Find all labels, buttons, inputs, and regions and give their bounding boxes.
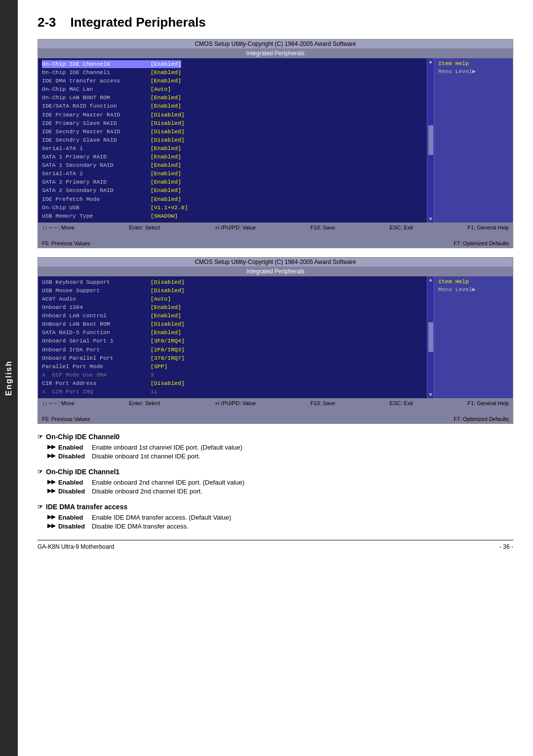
section-heading: Integrated Peripherals — [70, 15, 206, 30]
bios-settings-list-1: On-Chip IDE Channel0 [Enabled] On-Chip I… — [38, 58, 427, 223]
desc-arrow-0: ☞ — [38, 433, 43, 440]
footer-save: F10: Save — [310, 225, 335, 230]
item-help-label-2: Item Help — [438, 278, 509, 285]
desc-item-disabled-0: ▶▶ Disabled Disable onboard 1st channel … — [38, 453, 513, 460]
desc-arrow-1: ☞ — [38, 468, 43, 475]
desc-item-enabled-0: ▶▶ Enabled Enable onboard 1st channel ID… — [38, 444, 513, 451]
desc-arrow-2: ☞ — [38, 503, 43, 510]
desc-on-chip-ide-channel0: ☞ On-Chip IDE Channel0 ▶▶ Enabled Enable… — [38, 433, 513, 460]
bios-item-help-2: Item Help Menu Level▶ — [434, 276, 513, 398]
desc-item-disabled-2: ▶▶ Disabled Disable IDE DMA transfer acc… — [38, 523, 513, 530]
bios-footer-2: ↑↓→←: Move Enter: Select +/-/PU/PD: Valu… — [38, 398, 513, 423]
footer-page: - 36 - — [499, 543, 513, 550]
bios-header-1: CMOS Setup Utility-Copyright (C) 1984-20… — [38, 39, 513, 49]
bios-scrollbar-1[interactable]: ▲ ▼ — [427, 58, 434, 223]
scroll-down-arrow-2[interactable]: ▼ — [428, 392, 433, 397]
footer2-defaults: F7: Optimized Defaults — [454, 416, 509, 422]
bullet-0-1: ▶▶ — [47, 453, 55, 459]
footer-value: +/-/PU/PD: Value — [215, 225, 256, 230]
desc-item-enabled-1: ▶▶ Enabled Enable onboard 2nd channel ID… — [38, 479, 513, 486]
desc-title-2: ☞ IDE DMA transfer access — [38, 503, 513, 511]
footer-help: F1: General Help — [467, 225, 509, 230]
desc-item-enabled-2: ▶▶ Enabled Enable IDE DMA transfer acces… — [38, 514, 513, 521]
desc-title-1: ☞ On-Chip IDE Channel1 — [38, 468, 513, 476]
bios-header-2: CMOS Setup Utility-Copyright (C) 1984-20… — [38, 258, 513, 267]
bios-row-label: On-Chip IDE Channel0 — [42, 60, 151, 68]
scroll-up-arrow-2[interactable]: ▲ — [428, 277, 433, 282]
bios-table-1: CMOS Setup Utility-Copyright (C) 1984-20… — [38, 39, 513, 248]
bullet-1-0: ▶▶ — [47, 479, 55, 485]
bios-scrollbar-2[interactable]: ▲ ▼ — [427, 276, 434, 398]
footer-prev: F5: Previous Values — [42, 240, 90, 246]
bullet-0-0: ▶▶ — [47, 444, 55, 450]
scroll-down-arrow[interactable]: ▼ — [428, 217, 433, 222]
footer2-exit: ESC: Exit — [390, 400, 413, 406]
footer-select: Enter: Select — [129, 225, 160, 230]
footer-product: GA-K8N Ultra-9 Motherboard — [38, 543, 114, 550]
footer2-move: ↑↓→←: Move — [42, 400, 75, 406]
scroll-thumb-2[interactable] — [428, 322, 433, 352]
desc-item-disabled-1: ▶▶ Disabled Disable onboard 2nd channel … — [38, 488, 513, 495]
footer-defaults: F7: Optimized Defaults — [454, 240, 509, 246]
bullet-2-0: ▶▶ — [47, 514, 55, 520]
desc-ide-dma-transfer-access: ☞ IDE DMA transfer access ▶▶ Enabled Ena… — [38, 503, 513, 530]
page-footer: GA-K8N Ultra-9 Motherboard - 36 - — [38, 540, 513, 550]
footer-exit: ESC: Exit — [390, 225, 413, 230]
item-help-label-1: Item Help — [438, 60, 509, 67]
desc-on-chip-ide-channel1: ☞ On-Chip IDE Channel1 ▶▶ Enabled Enable… — [38, 468, 513, 495]
section-number: 2-3 — [38, 15, 56, 30]
bios-subheader-1: Integrated Peripherals — [38, 49, 513, 58]
side-tab: English — [0, 0, 18, 756]
footer2-help: F1: General Help — [467, 400, 509, 406]
bios-subheader-2: Integrated Peripherals — [38, 267, 513, 276]
bullet-1-1: ▶▶ — [47, 488, 55, 494]
footer-move: ↑↓→←: Move — [42, 225, 75, 230]
menu-level-label-2: Menu Level▶ — [438, 286, 509, 293]
bios-footer-1: ↑↓→←: Move Enter: Select +/-/PU/PD: Valu… — [38, 223, 513, 248]
scroll-up-arrow[interactable]: ▲ — [428, 59, 433, 64]
bios-item-help-1: Item Help Menu Level▶ — [434, 58, 513, 223]
bullet-2-1: ▶▶ — [47, 523, 55, 529]
footer2-prev: F5: Previous Values — [42, 416, 90, 422]
footer2-save: F10: Save — [310, 400, 335, 406]
bios-settings-list-2: USB Keyboard Support[Disabled] USB Mouse… — [38, 276, 427, 398]
section-title: 2-3 Integrated Peripherals — [38, 15, 513, 30]
footer2-value: +/-/PU/PD: Value — [215, 400, 256, 406]
footer2-select: Enter: Select — [129, 400, 160, 406]
scroll-thumb[interactable] — [428, 125, 433, 155]
desc-title-0: ☞ On-Chip IDE Channel0 — [38, 433, 513, 441]
menu-level-label-1: Menu Level▶ — [438, 68, 509, 75]
bios-row-value: [Enabled] — [151, 60, 181, 68]
bios-table-2: CMOS Setup Utility-Copyright (C) 1984-20… — [38, 257, 513, 424]
